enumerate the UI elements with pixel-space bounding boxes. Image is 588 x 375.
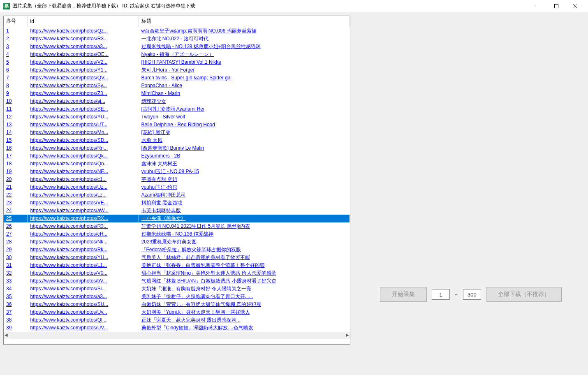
cell-id-link[interactable]: https://www.kaiztv.com/photos/R3... [30,223,108,229]
cell-title-link[interactable]: Nyako - 镇海（アズールレーン） [141,51,214,57]
cell-title-link[interactable]: MimiChan - Marin [141,90,181,96]
cell-seq[interactable]: 14 [6,130,12,135]
cell-seq[interactable]: 9 [6,90,9,96]
cell-seq[interactable]: 38 [6,317,12,323]
cell-title-link[interactable]: Ezysummers - 2B [141,153,181,159]
cell-seq[interactable]: 37 [6,309,12,315]
table-row[interactable]: 13https://www.kaiztv.com/photos/UT...Bel… [4,121,350,129]
table-row[interactable]: 25https://www.kaiztv.com/photos/RX...一小央… [4,215,350,222]
cell-seq[interactable]: 20 [6,176,12,182]
cell-id-link[interactable]: https://www.kaiztv.com/photos/bV... [30,278,107,284]
table-row[interactable]: 12https://www.kaiztv.com/photos/YU...Two… [4,113,350,121]
cell-seq[interactable]: 31 [6,262,12,268]
cell-title-link[interactable]: 过期米线线喵 - NO.136 纯爱战神 [141,231,213,237]
cell-id-link[interactable]: https://www.kaiztv.com/photos/Rk... [30,247,108,252]
cell-title-link[interactable]: Twoyun - Silver wolf [141,114,185,120]
cell-id-link[interactable]: https://www.kaiztv.com/photos/SD... [30,137,109,143]
cell-title-link[interactable]: w百合欧皇子w&amp;肃雨雨雨 NO.006 玛丽萝丝紫裙 [141,28,257,34]
cell-id-link[interactable]: https://www.kaiztv.com/photos/UT... [30,122,108,127]
cell-seq[interactable]: 5 [6,59,9,65]
table-row[interactable]: 31https://www.kaiztv.com/photos/L1...美艳正… [4,262,350,269]
table-row[interactable]: 11https://www.kaiztv.com/photos/SE...[古阿… [4,105,350,113]
cell-title-link[interactable]: 正妹「谢夏天」惹火完美身材 露出诱惑深沟... [141,317,241,323]
table-row[interactable]: 4https://www.kaiztv.com/photos/OE...Nyak… [4,51,350,58]
cell-id-link[interactable]: https://www.kaiztv.com/photos/QV... [30,75,108,81]
cell-seq[interactable]: 1 [6,28,9,34]
cell-id-link[interactable]: https://www.kaiztv.com/photos/RX... [30,215,109,221]
cell-seq[interactable]: 11 [6,106,12,112]
cell-seq[interactable]: 19 [6,169,12,174]
cell-seq[interactable]: 33 [6,278,12,284]
download-all-button[interactable]: 全部下载（不推荐） [486,287,562,302]
table-row[interactable]: 20https://www.kaiztv.com/photos/c1...芋圆有… [4,176,350,183]
cell-id-link[interactable]: https://www.kaiztv.com/photos/Nk... [30,239,108,245]
cell-title-link[interactable]: PoppaChan - Alice [141,83,182,88]
table-row[interactable]: 9https://www.kaiztv.com/photos/Z3...Mimi… [4,90,350,97]
cell-title-link[interactable]: 抖娘利世 黑金西域 [141,200,182,206]
cell-title-link[interactable]: 绣球花少女 [141,98,166,104]
cell-title-link[interactable]: 过期米线线喵 - NO.139 拯救鹿小姐+阳台黑丝性感猫咪 [141,44,261,49]
cell-id-link[interactable]: https://www.kaiztv.com/photos/Z3... [30,90,107,96]
header-title[interactable]: 标题 [139,16,350,27]
cell-title-link[interactable]: 气质网红「林萱 SHIUAN」白嫩极致诱惑 小露身材看了好兴奋 [141,278,276,284]
table-row[interactable]: 38https://www.kaiztv.com/photos/Ql...正妹「… [4,316,350,324]
cell-title-link[interactable]: Belle Delphine - Red Riding Hood [141,122,215,127]
cell-seq[interactable]: 26 [6,223,12,229]
cell-id-link[interactable]: https://www.kaiztv.com/photos/Lz... [30,192,107,198]
cell-seq[interactable]: 15 [6,137,12,143]
cell-title-link[interactable]: 大奶妹「淮淮」有胸有腿身材好 令人眼睛为之一亮 [141,286,251,292]
table-row[interactable]: 37https://www.kaiztv.com/photos/Uy...大奶网… [4,308,350,316]
table-row[interactable]: 23https://www.kaiztv.com/photos/VE...抖娘利… [4,199,350,207]
cell-seq[interactable]: 12 [6,114,12,120]
cell-id-link[interactable]: https://www.kaiztv.com/photos/Qz... [30,28,108,34]
cell-seq[interactable]: 16 [6,145,12,151]
cell-id-link[interactable]: https://www.kaiztv.com/photos/Y1... [30,67,108,73]
cell-seq[interactable]: 39 [6,325,12,331]
table-row[interactable]: 24https://www.kaiztv.com/photos/aW...卡芙卡… [4,207,350,215]
table-row[interactable]: 30https://www.kaiztv.com/photos/YU...气质美… [4,254,350,262]
cell-id-link[interactable]: https://www.kaiztv.com/photos/YU... [30,114,109,120]
table-row[interactable]: 34https://www.kaiztv.com/photos/Si...大奶妹… [4,285,350,293]
cell-title-link[interactable]: 朱可儿Flora - Yor Forger [141,67,195,73]
table-row[interactable]: 6https://www.kaiztv.com/photos/Y1...朱可儿F… [4,66,350,74]
table-row[interactable]: 19https://www.kaiztv.com/photos/NE...yuu… [4,168,350,176]
cell-id-link[interactable]: https://www.kaiztv.com/photos/L1... [30,262,107,268]
cell-title-link[interactable]: 芋圆有点甜 空姐 [141,176,177,182]
cell-id-link[interactable]: https://www.kaiztv.com/photos/Sy... [30,83,107,88]
cell-seq[interactable]: 8 [6,83,9,88]
table-row[interactable]: 28https://www.kaiztv.com/photos/Nk...202… [4,238,350,246]
table-row[interactable]: 7https://www.kaiztv.com/photos/QV...Burc… [4,74,350,82]
start-collect-button[interactable]: 开始采集 [380,287,427,302]
close-button[interactable] [566,0,585,12]
cell-title-link[interactable]: 一北亦北 NO.022 - 洛可可时代 [141,36,208,42]
cell-seq[interactable]: 18 [6,161,12,167]
cell-seq[interactable]: 36 [6,301,12,307]
horizontal-scrollbar[interactable] [4,332,350,339]
maximize-button[interactable] [547,0,566,12]
cell-id-link[interactable]: https://www.kaiztv.com/photos/c1... [30,176,107,182]
table-row[interactable]: 5https://www.kaiztv.com/photos/V2...[HIG… [4,58,350,66]
header-seq[interactable]: 序号 [4,16,28,27]
cell-id-link[interactable]: https://www.kaiztv.com/photos/R3... [30,36,108,42]
table-row[interactable]: 36https://www.kaiztv.com/photos/SU...白嫩奶… [4,301,350,308]
table-row[interactable]: 32https://www.kaiztv.com/photos/V0...甜心担… [4,269,350,277]
cell-id-link[interactable]: https://www.kaiztv.com/photos/a3... [30,44,107,49]
cell-title-link[interactable]: 甜心担当「赵采瑄Ning」美艳外型太迷人诱惑 给人恋爱的感觉 [141,270,276,276]
cell-seq[interactable]: 27 [6,231,12,237]
cell-seq[interactable]: 24 [6,208,12,213]
cell-id-link[interactable]: https://www.kaiztv.com/photos/UV... [30,325,108,331]
table-row[interactable]: 1https://www.kaiztv.com/photos/Qz...w百合欧… [4,27,350,35]
cell-id-link[interactable]: https://www.kaiztv.com/photos/V2... [30,59,108,65]
cell-seq[interactable]: 7 [6,75,9,81]
cell-seq[interactable]: 25 [6,215,12,221]
cell-title-link[interactable]: 鑫沫沫 大慈树王 [141,161,177,167]
cell-id-link[interactable]: https://www.kaiztv.com/photos/V0... [30,270,108,276]
cell-title-link[interactable]: [HIGH FANTASY] Bambi Vol.1 Nikke [141,59,222,65]
cell-seq[interactable]: 34 [6,286,12,292]
cell-id-link[interactable]: https://www.kaiztv.com/photos/aW... [30,208,109,213]
cell-title-link[interactable]: [西园寺南歌] Bunny Le Malin [141,145,204,151]
cell-id-link[interactable]: https://www.kaiztv.com/photos/YU... [30,255,109,260]
table-row[interactable]: 8https://www.kaiztv.com/photos/Sy...Popp… [4,82,350,90]
cell-id-link[interactable]: https://www.kaiztv.com/photos/a3... [30,294,107,299]
cell-title-link[interactable]: 气质美人「林姉君」前凸后翘的身材看了欲罢不能 [141,255,250,260]
